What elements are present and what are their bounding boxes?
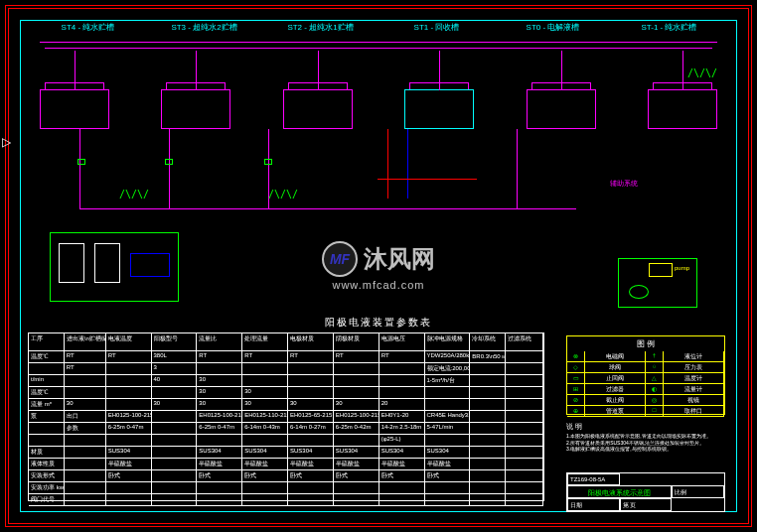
notes: 说 明 1.本图为阳极电液系统配管示意图,管道走向以现场实际布置为准。 2.所有…	[566, 422, 725, 453]
legend-label: 电磁阀	[585, 351, 646, 362]
pump-body	[649, 263, 673, 277]
table-row: 温度℃3030	[29, 387, 543, 399]
legend-label: 液位计	[664, 351, 724, 362]
table-row: RT3额定电流:200,000mA/h	[29, 363, 543, 375]
legend-symbol-icon: ⊕	[567, 406, 585, 417]
tb-scale: 比例	[672, 485, 724, 498]
station-header: ST4 - 纯水贮槽 ST3 - 超纯水2贮槽 ST2 - 超纯水1贮槽 ST1…	[30, 22, 727, 36]
legend-symbol-icon: ○	[646, 362, 664, 373]
legend-symbol-icon: ⊗	[567, 351, 585, 362]
notes-title: 说 明	[566, 422, 725, 431]
valve-1	[77, 159, 85, 165]
table-row: 阀门代号	[29, 494, 543, 506]
table-row: t/min40301-5m³/h/台	[29, 375, 543, 387]
legend-label: 截止阀	[585, 395, 646, 406]
break-line-3: /\/\/	[268, 189, 298, 200]
legend-label: 管道泵	[585, 406, 646, 417]
legend-symbol-icon: □	[646, 406, 664, 417]
legend-label: 流量计	[664, 384, 724, 395]
table-body: 温度℃RTRT380LRTRTRTRTRTYDW250A/280kWBR0.3\…	[29, 351, 543, 506]
drawing-name: 阳极电液系统示意图	[567, 485, 672, 498]
vessel-1	[59, 243, 84, 283]
legend-symbol-icon: △	[646, 373, 664, 384]
st4-label: ST4 - 纯水贮槽	[30, 22, 146, 36]
legend-grid: ⊗电磁阀†液位计◇球阀○压力表▭止回阀△温度计⊞过滤器◐流量计⊘截止阀◎视镜⊕管…	[567, 351, 724, 417]
drawing-no: TZ169-08-5A	[567, 473, 620, 485]
st0-label: ST0 - 电解液槽	[495, 22, 611, 36]
legend-label: 视镜	[664, 395, 724, 406]
note-3: 3.电解液贮槽设高低液位报警,与控制系统联锁。	[566, 446, 725, 453]
legend-label: 压力表	[664, 362, 724, 373]
vessel-2	[94, 243, 120, 283]
table-row: 泵出口EH0125-100-215EH0125-100-215EH0125-11…	[29, 411, 543, 423]
tb-date: 日期	[567, 498, 620, 511]
tank-st1	[404, 89, 474, 129]
legend-symbol-icon: ◇	[567, 362, 585, 373]
break-line-2: /\/\/	[119, 189, 149, 200]
main-bus-2	[45, 48, 712, 49]
legend-label: 温度计	[664, 373, 724, 384]
table-row: 安装形式卧式卧式卧式卧式卧式卧式卧式	[29, 470, 543, 482]
pipe-h2	[378, 179, 477, 180]
legend-symbol-icon: ◎	[646, 395, 664, 406]
legend-symbol-icon: ⊞	[567, 384, 585, 395]
pipe-v1	[79, 129, 80, 208]
pipe-h1	[79, 208, 576, 209]
note-1: 1.本图为阳极电液系统配管示意图,管道走向以现场实际布置为准。	[566, 433, 725, 440]
pump-label: pump	[675, 265, 689, 271]
tank-st0	[527, 89, 596, 129]
legend-label: 过滤器	[585, 384, 646, 395]
st2-label: ST2 - 超纯水1贮槽	[262, 22, 378, 36]
pipe-v2	[169, 129, 170, 208]
tank-st-1	[648, 89, 717, 129]
table-row: 液体性质半硫酸盐半硫酸盐半硫酸盐半硫酸盐半硫酸盐半硫酸盐半硫酸盐	[29, 459, 543, 470]
equipment-group-left	[50, 232, 179, 302]
table-row: 安装功率 kw	[29, 482, 543, 494]
table-row: 流量 m³30303030303020	[29, 399, 543, 411]
title-block: TZ169-08-5A 阳极电液系统示意图 比例 日期 第 页	[566, 472, 725, 512]
hx-unit	[130, 253, 170, 277]
legend-symbol-icon: †	[646, 351, 664, 362]
tank-st4	[40, 89, 109, 129]
table-row: 参数6-25m 0-47m6-25m 0-47m6-14m 0-43m6-14m…	[29, 423, 543, 435]
legend-symbol-icon: ▭	[567, 373, 585, 384]
pipe-v5	[407, 129, 408, 199]
tank-st2	[283, 89, 353, 129]
legend-label: 止回阀	[585, 373, 646, 384]
legend-symbol-icon: ⊘	[567, 395, 585, 406]
legend: 图 例 ⊗电磁阀†液位计◇球阀○压力表▭止回阀△温度计⊞过滤器◐流量计⊘截止阀◎…	[566, 335, 725, 415]
pipe-v6	[517, 129, 518, 208]
legend-label: 球阀	[585, 362, 646, 373]
legend-symbol-icon: ◐	[646, 384, 664, 395]
tb-sheet: 第 页	[620, 498, 673, 511]
st1-label: ST1 - 回收槽	[378, 22, 495, 36]
tank-st3	[161, 89, 230, 129]
cad-cursor: ▷	[2, 135, 11, 149]
valve-2	[165, 159, 173, 165]
table-title: 阳极电液装置参数表	[0, 316, 757, 330]
table-header: 工序 进出液\n贮槽编号 电液温度 阳极型号 流量比 处理流量 电极材质 阴极材…	[29, 333, 543, 351]
aux-label: 辅助系统	[610, 179, 638, 189]
table-row: 材质SUS304SUS304SUS304SUS304SUS304SUS304SU…	[29, 447, 543, 459]
table-row: (φ25-L)	[29, 435, 543, 447]
pipe-v4	[387, 129, 388, 199]
pump-group: pump	[618, 258, 697, 308]
st-1-label: ST-1 - 纯水贮槽	[611, 22, 727, 36]
motor-icon	[629, 285, 649, 299]
valve-3	[264, 159, 272, 165]
legend-title: 图 例	[567, 336, 724, 351]
legend-label: 取样口	[664, 406, 724, 417]
parameter-table: 工序 进出液\n贮槽编号 电液温度 阳极型号 流量比 处理流量 电极材质 阴极材…	[28, 332, 544, 501]
break-line-1: /\/\/	[687, 67, 717, 78]
st3-label: ST3 - 超纯水2贮槽	[146, 22, 262, 36]
main-bus-1	[40, 42, 717, 43]
table-row: 温度℃RTRT380LRTRTRTRTRTYDW250A/280kWBR0.3\…	[29, 351, 543, 363]
